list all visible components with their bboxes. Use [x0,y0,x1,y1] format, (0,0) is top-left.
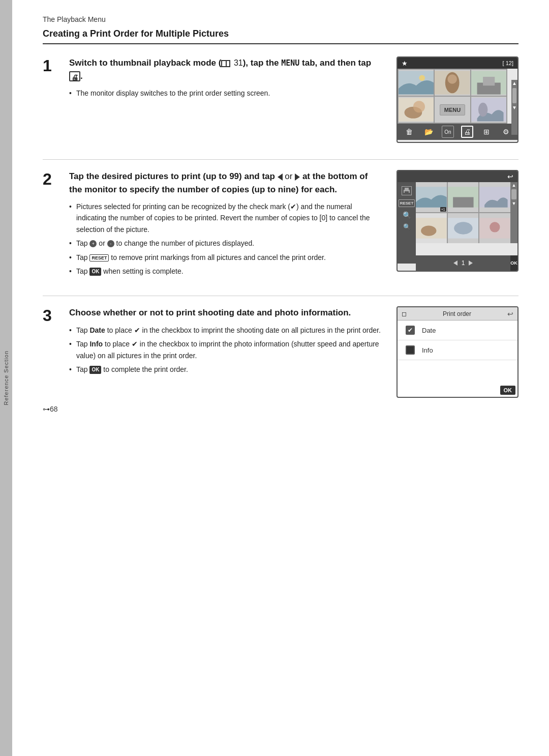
menu-keyword: MENU [281,59,299,68]
cs1-thumb-1 [399,70,434,96]
cs3-date-row: ✔ Date [398,321,517,340]
cs2-thumb-3 [479,182,510,212]
svg-point-10 [413,101,425,112]
cs2-top-bar: ↩ [398,171,517,182]
step-3-number: 3 [43,307,61,377]
divider-2 [43,296,518,296]
step-2-bullet-2: Tap + or - to change the number of pictu… [69,238,381,249]
svg-point-25 [490,222,500,232]
step-3-content: Choose whether or not to print shooting … [69,306,381,377]
divider-1 [43,159,518,160]
zoom-in-icon: + [89,240,97,247]
cs1-icon-trash: 🗑 [403,126,415,138]
cs1-star: ★ [402,60,408,67]
sidebar-reference: Reference Section [0,0,12,756]
cs1-icon-settings: ⚙ [500,126,512,138]
cs2-grid: ×1 [416,182,510,243]
page-header: The Playback Menu [43,15,518,23]
ok-icon-2: OK [89,366,101,374]
step-2-bullet-1: Pictures selected for printing can be re… [69,201,381,235]
step-2-content: Tap the desired pictures to print (up to… [69,170,381,279]
cs2-reset-label: RESET [399,199,415,207]
cs2-thumb-4 [416,213,447,243]
cs1-scroll-thumb [512,88,516,103]
cs1-thumb-5: MENU [435,97,470,123]
step-1-bullets: The monitor display switches to the prin… [69,88,381,99]
svg-point-1 [419,75,425,81]
cs1-thumb-4 [399,97,434,123]
cs2-scroll-up: ▲ [512,183,516,188]
svg-rect-15 [405,188,409,190]
step-3-image: ◻ Print order ↩ ✔ Date Info OK [396,306,518,398]
step-3-bullet-1: Tap Date to place ✔ in the checkbox to i… [69,325,381,336]
page-number: ⊶68 [43,405,58,413]
step-3-bullet-3: Tap OK to complete the print order. [69,364,381,375]
book-icon [221,60,230,67]
svg-rect-14 [405,191,409,193]
cs3-top-bar: ◻ Print order ↩ [398,307,517,321]
cs3-date-checkbox: ✔ [406,326,415,335]
right-arrow-icon [295,173,300,181]
cs2-thumb-5 [448,213,479,243]
cs2-right-arrow [469,260,473,266]
cs1-scroll-down: ▼ [512,105,517,110]
svg-point-12 [478,103,487,117]
step-3-main: Choose whether or not to print shooting … [69,306,381,319]
svg-point-4 [448,74,457,83]
reset-icon: RESET [89,254,109,262]
or-text: or [285,171,295,181]
step-2-image: ↩ RESET 🔍 🔍 ×1 [396,170,518,272]
cs2-ok-btn[interactable]: OK [510,255,517,271]
cs1-top-bar: ★ [ 12] [398,57,517,69]
step-2-bullet-4: Tap OK when setting is complete. [69,266,381,277]
step-3-text: 3 Choose whether or not to print shootin… [43,306,381,377]
zoom-out-icon: - [107,240,114,247]
cs1-grid: MENU [398,69,507,124]
cs2-bottom-controls: 1 [416,255,510,271]
cs3-info-label: Info [422,346,433,354]
step-1-text: 1 Switch to thumbnail playback mode ( 31… [43,56,381,101]
cs2-grid-area: ×1 [416,182,510,243]
camera-screen-2: ↩ RESET 🔍 🔍 ×1 [396,170,518,272]
cs1-count: [ 12] [503,60,513,66]
menu-overlay: MENU [440,104,465,115]
cs1-thumb-6 [471,97,506,123]
cs1-icon-grid: ⊞ [480,126,493,138]
step-1-image: ★ [ 12] [396,56,518,143]
cs3-info-row: Info [398,340,517,360]
footer-page: ⊶68 [43,405,58,413]
step-2-text: 2 Tap the desired pictures to print (up … [43,170,381,279]
cs2-left-panel: RESET 🔍 🔍 [398,182,416,264]
cs3-back-icon: ↩ [507,310,513,318]
step-1-content: Switch to thumbnail playback mode ( 31),… [69,56,381,101]
step-1-bullet-1: The monitor display switches to the prin… [69,88,381,99]
cs2-zoom-out: 🔍 [403,223,411,230]
section-title: Creating a Print Order for Multiple Pict… [43,28,518,44]
step-1-main: Switch to thumbnail playback mode ( 31),… [69,56,381,82]
cs2-badge-1: ×1 [440,207,446,212]
step-3-block: 3 Choose whether or not to print shootin… [43,306,518,398]
step-3-bullet-2: Tap Info to place ✔ in the checkbox to i… [69,338,381,361]
cs2-scroll-thumb [511,189,516,199]
cs2-thumb-1: ×1 [416,182,447,212]
step-3-bullets: Tap Date to place ✔ in the checkbox to i… [69,325,381,375]
print-tab-icon: 🖨 [69,71,80,81]
cs1-scroll-up: ▲ [512,81,517,86]
camera-screen-3: ◻ Print order ↩ ✔ Date Info OK [396,306,518,398]
step-2-block: 2 Tap the desired pictures to print (up … [43,170,518,279]
cs1-icon-print: 🖨 [461,126,473,138]
step-1-block: 1 Switch to thumbnail playback mode ( 31… [43,56,518,143]
svg-point-23 [454,222,472,234]
cs2-thumb-2 [448,182,479,212]
cs1-icon-folder: 📂 [422,126,435,138]
cs1-icon-on: On [442,126,454,138]
cs1-thumb-3 [471,70,506,96]
cs2-nav-num: 1 [462,259,465,267]
cs2-print-icon [402,186,412,195]
step-2-number: 2 [43,171,61,279]
cs3-ok-btn[interactable]: OK [500,386,516,395]
cs3-info-checkbox [406,345,415,355]
ok-icon: OK [89,268,101,276]
step-1-number: 1 [43,57,61,101]
step-2-main: Tap the desired pictures to print (up to… [69,170,381,196]
